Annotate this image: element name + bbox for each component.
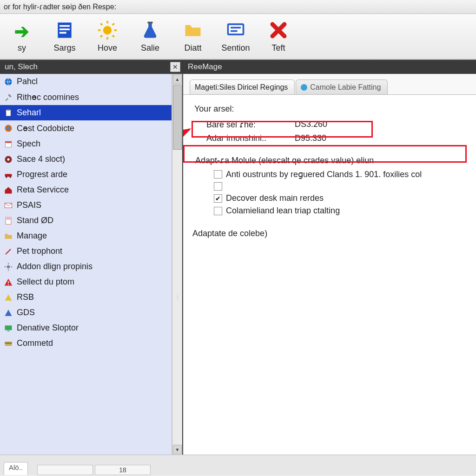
tab-label: Camole Labie Fatting [310, 83, 381, 92]
nav-item-reta-servicce[interactable]: Reta Servicce [0, 182, 172, 198]
nav-item-sellect-du-ptom[interactable]: Sellect du ptom [0, 274, 172, 290]
svg-rect-3 [60, 32, 66, 34]
clipboard-icon [4, 108, 13, 118]
toolbar-label: Salie [141, 43, 159, 53]
scroll-up-arrow-icon[interactable]: ▲ [173, 74, 182, 84]
tab-mageti-siles-diricel-re-ings[interactable]: Mageti:Siles Diricel Reɡings [190, 79, 295, 94]
svg-point-27 [6, 176, 7, 178]
kv-key: Bare sel ɾhe: [206, 119, 295, 130]
status-tab[interactable]: Alö.. [4, 462, 28, 475]
nav-item-label: Addon dlign propinis [17, 262, 93, 271]
nav-item-pet-trophont[interactable]: Pet trophont [0, 244, 172, 259]
svg-line-43 [183, 129, 190, 178]
nav-item-sace-4-sloct-[interactable]: Sace 4 sloct) [0, 152, 172, 167]
svg-line-11 [100, 35, 102, 37]
nav-item-commetd[interactable]: Commetd [0, 336, 172, 351]
svg-rect-30 [6, 217, 11, 224]
disc-icon [4, 155, 13, 164]
checkbox[interactable] [214, 170, 222, 178]
check-row [214, 182, 467, 191]
check-row: Colamieliand lean triap ctalting [214, 206, 467, 216]
scroll-down-arrow-icon[interactable]: ▼ [173, 445, 182, 454]
main-split: un, Slech ✕ Pahcl Rithɵc coomines Seharl… [0, 60, 476, 455]
svg-point-32 [7, 265, 10, 268]
close-panel-button[interactable]: ✕ [170, 62, 180, 72]
nav-item-label: Sace 4 sloct) [17, 154, 65, 164]
toolbar-sention-button[interactable]: Sention [216, 16, 256, 57]
navigator-panel: un, Slech ✕ Pahcl Rithɵc coomines Seharl… [0, 60, 183, 455]
nav-item-label: Rithɵc coomines [17, 92, 79, 102]
toolbar-sargs-button[interactable]: Sargs [45, 16, 85, 57]
nav-item-addon-dlign-propinis[interactable]: Addon dlign propinis [0, 259, 172, 274]
toolbar-label: Hove [98, 43, 117, 53]
tab-camole-labie-fatting[interactable]: Camole Labie Fatting [296, 79, 388, 94]
nav-item-pahcl[interactable]: Pahcl [0, 74, 172, 89]
check-row: ✔ Decover desk main rerdes [214, 193, 467, 203]
toolbar-teft-button[interactable]: Teft [258, 16, 298, 57]
toolbar-label: Teft [271, 43, 285, 53]
checkbox[interactable] [214, 182, 222, 191]
nav-item-label: Commetd [17, 338, 53, 348]
scroll-track[interactable] [172, 150, 182, 291]
svg-rect-2 [60, 28, 70, 30]
window-title: or for hylir-ɾadter sɵip ðen Respe: [4, 2, 116, 11]
x-icon [268, 20, 289, 40]
window-title-bar: or for hylir-ɾadter sɵip ðen Respe: [0, 0, 476, 14]
nav-item-denative-sloptor[interactable]: Denative Sloptor [0, 320, 172, 336]
checkbox[interactable]: ✔ [214, 194, 222, 203]
details-content: Your arsel: Bare sel ɾhe: DS3.260 Adar i… [183, 94, 476, 455]
car-icon [4, 170, 13, 179]
toolbar-sy-button[interactable]: sy [2, 16, 42, 57]
nav-item-gds[interactable]: GDS [0, 305, 172, 320]
nav-item-progrest-arde[interactable]: Progrest arde [0, 167, 172, 182]
tri-y-icon [4, 293, 13, 302]
kv-value: DS3.260 [295, 119, 327, 130]
svg-rect-14 [228, 24, 244, 34]
nav-item-label: Manage [17, 231, 47, 241]
nav-item-spech[interactable]: Spech [0, 136, 172, 152]
nav-item-stand-d[interactable]: Stand ØD [0, 213, 172, 228]
svg-rect-35 [5, 266, 6, 267]
svg-rect-1 [60, 25, 70, 27]
nav-item-label: RSB [17, 292, 34, 302]
sun-icon [97, 20, 118, 40]
svg-rect-19 [7, 109, 10, 110]
status-cell: 18 [95, 465, 151, 475]
checkbox[interactable] [214, 207, 222, 215]
nav-item-rith-c-coomines[interactable]: Rithɵc coomines [0, 89, 172, 105]
svg-rect-42 [5, 343, 12, 344]
nav-item-psais[interactable]: PSAIS [0, 198, 172, 213]
svg-point-28 [10, 176, 11, 178]
svg-rect-16 [231, 30, 238, 32]
toolbar-diatt-button[interactable]: Diatt [173, 16, 213, 57]
kv-row: Adar imonshini.. D95.330 [206, 132, 467, 145]
nav-item-label: Reta Servicce [17, 185, 69, 195]
nav-item-label: Seharl [17, 108, 41, 118]
fieldset-label: Adapt-ɾa Molule (elescalt qe crades valu… [192, 154, 467, 166]
nav-item-label: Denative Sloptor [17, 323, 79, 333]
nav-item-seharl[interactable]: Seharl [0, 105, 172, 120]
nav-item-label: Progrest arde [17, 170, 67, 179]
svg-line-9 [100, 23, 102, 25]
scroll-track[interactable] [172, 304, 182, 445]
nav-item-label: Pet trophont [17, 246, 62, 256]
warning-icon [4, 278, 13, 287]
toolbar-hove-button[interactable]: Hove [87, 16, 127, 57]
pencil-icon [4, 247, 13, 256]
details-header: ReeMage [183, 60, 476, 74]
scroll-thumb[interactable] [173, 85, 182, 150]
navigator-tree[interactable]: Pahcl Rithɵc coomines Seharl Cɵst Codobi… [0, 74, 172, 455]
display-icon [4, 324, 13, 333]
folder-icon [4, 231, 13, 241]
mail-icon [4, 201, 13, 210]
toolbar-salie-button[interactable]: Salie [130, 16, 170, 57]
main-toolbar: sy Sargs Hove Salie Diatt Sention Teft [0, 14, 476, 60]
nav-item-rsb[interactable]: RSB [0, 290, 172, 305]
tools-icon [4, 93, 13, 102]
svg-rect-26 [5, 174, 12, 177]
vertical-scrollbar[interactable]: ▲ ⋮ ▼ [172, 74, 182, 455]
nav-item-c-st-codobicte[interactable]: Cɵst Codobicte [0, 120, 172, 136]
svg-rect-37 [8, 281, 9, 283]
svg-rect-13 [148, 22, 153, 24]
nav-item-manage[interactable]: Manage [0, 228, 172, 244]
